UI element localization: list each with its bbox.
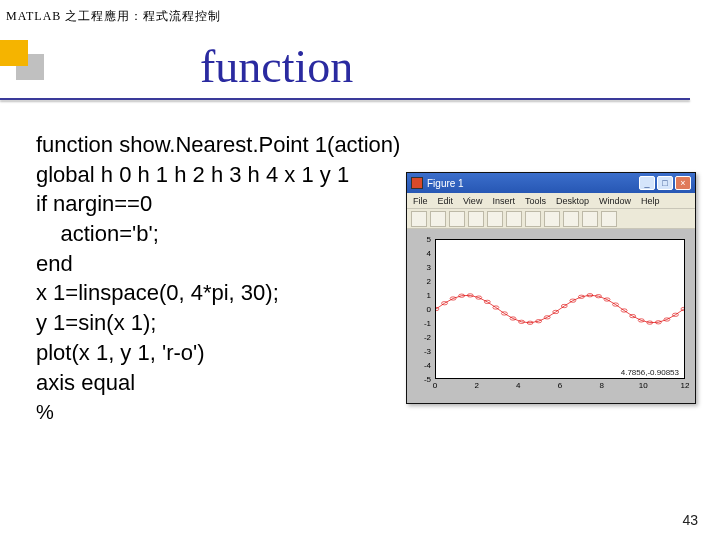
window-buttons: _ □ ×	[639, 176, 691, 190]
plot-svg	[436, 240, 684, 378]
toolbar-button[interactable]	[601, 211, 617, 227]
code-line: x 1=linspace(0, 4*pi, 30);	[36, 280, 279, 305]
ytick: 5	[427, 235, 431, 244]
page-number: 43	[682, 512, 698, 528]
xtick: 12	[681, 381, 690, 390]
figure-title: Figure 1	[427, 178, 464, 189]
ytick: -1	[424, 319, 431, 328]
menu-file[interactable]: File	[413, 196, 428, 206]
code-line: plot(x 1, y 1, 'r-o')	[36, 340, 205, 365]
code-line: action='b';	[36, 221, 159, 246]
code-line: axis equal	[36, 370, 135, 395]
menu-help[interactable]: Help	[641, 196, 660, 206]
xtick: 6	[558, 381, 562, 390]
minimize-button[interactable]: _	[639, 176, 655, 190]
code-line-pct: %	[36, 401, 54, 423]
toolbar-button[interactable]	[544, 211, 560, 227]
ytick: -2	[424, 333, 431, 342]
code-line: global h 0 h 1 h 2 h 3 h 4 x 1 y 1	[36, 162, 349, 187]
ytick: 0	[427, 305, 431, 314]
close-button[interactable]: ×	[675, 176, 691, 190]
figure-titlebar[interactable]: Figure 1 _ □ ×	[407, 173, 695, 193]
ytick: 4	[427, 249, 431, 258]
matlab-figure-icon	[411, 177, 423, 189]
toolbar-button[interactable]	[582, 211, 598, 227]
toolbar-button[interactable]	[506, 211, 522, 227]
toolbar-button[interactable]	[411, 211, 427, 227]
coord-readout: 4.7856,-0.90853	[621, 368, 679, 377]
menu-insert[interactable]: Insert	[492, 196, 515, 206]
figure-menubar: File Edit View Insert Tools Desktop Wind…	[407, 193, 695, 209]
toolbar-button[interactable]	[449, 211, 465, 227]
code-line: if nargin==0	[36, 191, 152, 216]
matlab-figure-window: Figure 1 _ □ × File Edit View Insert Too…	[406, 172, 696, 404]
code-line: y 1=sin(x 1);	[36, 310, 156, 335]
xtick: 4	[516, 381, 520, 390]
toolbar-button[interactable]	[487, 211, 503, 227]
menu-edit[interactable]: Edit	[438, 196, 454, 206]
toolbar-button[interactable]	[563, 211, 579, 227]
y-axis-ticks: 5 4 3 2 1 0 -1 -2 -3 -4 -5	[411, 239, 433, 379]
menu-view[interactable]: View	[463, 196, 482, 206]
header-text: MATLAB 之工程應用：程式流程控制	[6, 8, 221, 25]
menu-window[interactable]: Window	[599, 196, 631, 206]
maximize-button[interactable]: □	[657, 176, 673, 190]
ytick: -4	[424, 361, 431, 370]
figure-toolbar	[407, 209, 695, 229]
menu-desktop[interactable]: Desktop	[556, 196, 589, 206]
toolbar-button[interactable]	[525, 211, 541, 227]
slide-title: function	[200, 40, 353, 93]
ytick: 1	[427, 291, 431, 300]
x-axis-ticks: 0 2 4 6 8 10 12	[435, 381, 685, 393]
code-line: end	[36, 251, 73, 276]
ytick: -5	[424, 375, 431, 384]
xtick: 0	[433, 381, 437, 390]
ytick: 3	[427, 263, 431, 272]
figure-plot-area: 5 4 3 2 1 0 -1 -2 -3 -4 -5 0 2 4 6 8 10 …	[407, 229, 695, 403]
xtick: 8	[599, 381, 603, 390]
xtick: 10	[639, 381, 648, 390]
ytick: 2	[427, 277, 431, 286]
xtick: 2	[474, 381, 478, 390]
code-line: function show.Nearest.Point 1(action)	[36, 132, 400, 157]
title-area: function	[0, 40, 720, 110]
toolbar-button[interactable]	[468, 211, 484, 227]
menu-tools[interactable]: Tools	[525, 196, 546, 206]
toolbar-button[interactable]	[430, 211, 446, 227]
axes[interactable]	[435, 239, 685, 379]
title-accent	[0, 40, 28, 66]
ytick: -3	[424, 347, 431, 356]
title-underline	[0, 98, 690, 100]
